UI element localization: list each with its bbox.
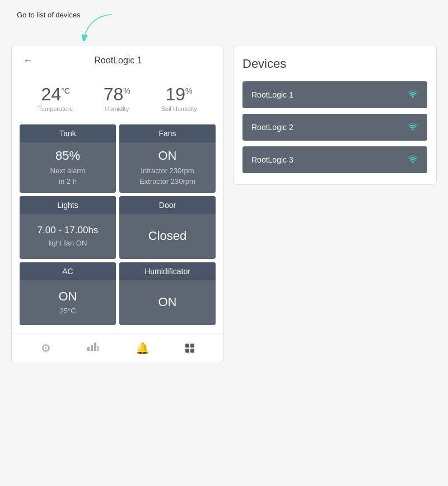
device-item-rootlogic1[interactable]: RootLogic 1 (242, 81, 427, 108)
widget-lights-header: Lights (20, 196, 116, 214)
widget-tank-sub: Next alarmin 2 h (50, 165, 86, 187)
device-detail-panel: ← RootLogic 1 24°C Temperature 78% Humid… (11, 45, 224, 363)
devices-list-panel: Devices RootLogic 1 RootLogic 2 (233, 45, 437, 185)
soil-humidity-label: Soil Humidity (161, 105, 197, 112)
widget-tank[interactable]: Tank 85% Next alarmin 2 h (20, 124, 116, 193)
stats-row: 24°C Temperature 78% Humidity 19% Soil H… (12, 75, 223, 117)
widget-ac-sub: 25°C (59, 306, 76, 317)
annotation-label: Go to list of devices (17, 11, 80, 19)
widget-fans[interactable]: Fans ON Intractor 230rpmExtractor 230rpm (119, 124, 216, 193)
annotation-arrow (78, 10, 123, 44)
widget-humidificator[interactable]: Humidificator ON (119, 262, 216, 325)
device-header: ← RootLogic 1 (12, 45, 223, 75)
device-panel-title: RootLogic 1 (40, 55, 197, 66)
device-item-rootlogic2[interactable]: RootLogic 2 (242, 114, 427, 141)
nav-chart-icon[interactable] (87, 341, 99, 354)
soil-humidity-value: 19% (161, 85, 197, 103)
svg-point-0 (82, 38, 86, 41)
widget-ac-value: ON (59, 289, 77, 305)
temperature-value: 24°C (38, 85, 73, 103)
stat-temperature: 24°C Temperature (38, 85, 73, 112)
widget-door-value: Closed (148, 228, 186, 244)
annotation-text: Go to list of devices (17, 10, 80, 20)
nav-grid-icon[interactable] (185, 344, 194, 353)
widget-door-header: Door (119, 196, 216, 214)
widget-tank-value: 85% (55, 148, 80, 164)
svg-rect-1 (87, 347, 90, 351)
device-name-3: RootLogic 3 (251, 155, 293, 164)
widget-lights-value: 7.00 - 17.00hs (38, 224, 99, 237)
device-item-rootlogic3[interactable]: RootLogic 3 (242, 146, 427, 173)
widget-humidificator-value: ON (158, 294, 177, 311)
humidity-label: Humidity (104, 105, 130, 112)
svg-rect-2 (91, 345, 93, 351)
widget-fans-body: ON Intractor 230rpmExtractor 230rpm (119, 142, 216, 193)
main-layout: ← RootLogic 1 24°C Temperature 78% Humid… (11, 45, 437, 363)
grid-icon-shape (185, 344, 194, 353)
stat-humidity: 78% Humidity (104, 85, 130, 112)
stat-soil-humidity: 19% Soil Humidity (161, 85, 197, 112)
widget-ac[interactable]: AC ON 25°C (20, 262, 116, 325)
widget-humidificator-header: Humidificator (119, 262, 216, 280)
widget-fans-sub: Intractor 230rpmExtractor 230rpm (139, 165, 195, 187)
widget-humidificator-body: ON (119, 280, 216, 325)
temperature-label: Temperature (38, 105, 73, 112)
widget-fans-header: Fans (119, 124, 216, 142)
widget-ac-body: ON 25°C (20, 280, 116, 325)
back-button[interactable]: ← (23, 54, 33, 66)
bottom-nav: ⚙ 🔔 (12, 333, 223, 363)
widget-lights-sub: light fan ON (49, 238, 87, 249)
widget-tank-header: Tank (20, 124, 116, 142)
widget-lights-body: 7.00 - 17.00hs light fan ON (20, 214, 116, 259)
devices-panel-title: Devices (242, 57, 427, 71)
widget-lights[interactable]: Lights 7.00 - 17.00hs light fan ON (20, 196, 116, 259)
widget-fans-value: ON (158, 148, 177, 164)
widget-grid: Tank 85% Next alarmin 2 h Fans ON Intrac… (12, 117, 223, 325)
wifi-icon-3 (407, 154, 418, 165)
device-name-2: RootLogic 2 (251, 123, 293, 132)
humidity-value: 78% (104, 85, 130, 103)
widget-door[interactable]: Door Closed (119, 196, 216, 259)
nav-settings-icon[interactable]: ⚙ (41, 341, 51, 355)
svg-rect-3 (94, 342, 96, 351)
widget-door-body: Closed (119, 214, 216, 259)
widget-tank-body: 85% Next alarmin 2 h (20, 142, 116, 193)
widget-ac-header: AC (20, 262, 116, 280)
wifi-icon-1 (407, 89, 418, 100)
nav-bell-icon[interactable]: 🔔 (136, 341, 150, 355)
wifi-icon-2 (407, 122, 418, 133)
svg-rect-4 (97, 346, 99, 351)
device-name-1: RootLogic 1 (251, 90, 293, 99)
